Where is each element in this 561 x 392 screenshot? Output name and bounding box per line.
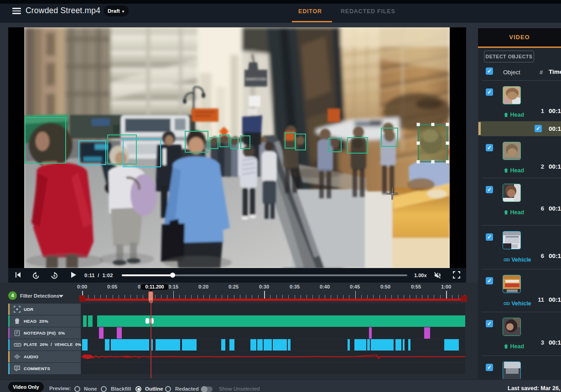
svg-text:SWAROVSKI: SWAROVSKI [245,77,266,81]
svg-text:5: 5 [35,274,37,278]
svg-text:5: 5 [53,274,55,278]
